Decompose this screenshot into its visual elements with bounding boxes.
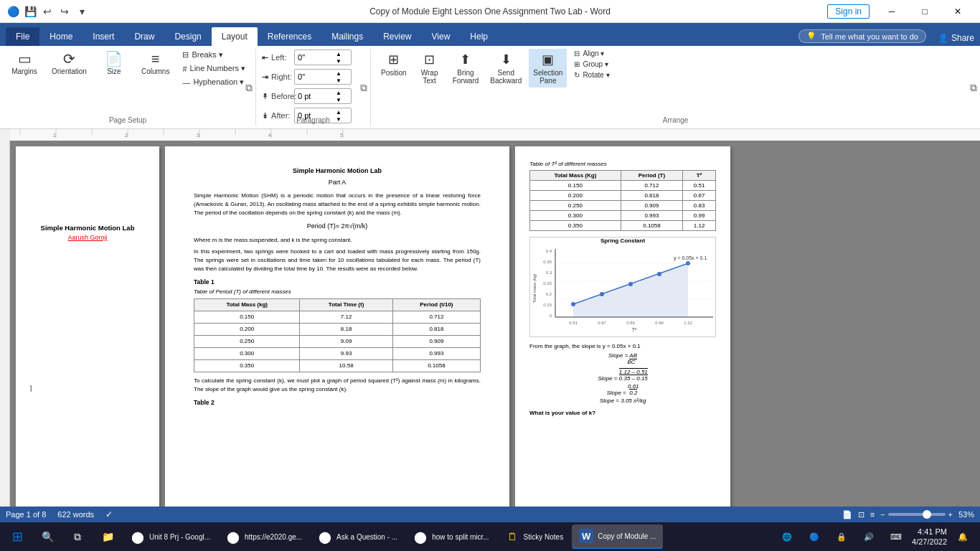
- proofing-icon[interactable]: ✓: [105, 509, 113, 519]
- spin-up[interactable]: ▲: [334, 108, 344, 116]
- tab-insert[interactable]: Insert: [83, 27, 124, 46]
- title-bar-right: Sign in ─ □ ✕: [827, 0, 974, 23]
- arrange-collapse[interactable]: ⧉: [970, 81, 977, 93]
- hyphenation-button[interactable]: — Hyphenation ▾: [178, 76, 250, 88]
- col-period: Period (t/10): [392, 299, 480, 311]
- tab-view[interactable]: View: [422, 27, 461, 46]
- table-row: 0.2500.9090.83: [530, 201, 716, 211]
- left-indent-input[interactable]: ▲▼: [294, 50, 352, 65]
- orientation-button[interactable]: ⟳ Orientation: [46, 49, 93, 79]
- document-area[interactable]: Simple Harmonic Motion Lab Aarush Goroji…: [10, 141, 980, 507]
- network-icon[interactable]: 🌐: [776, 524, 798, 549]
- right-indent-field[interactable]: [298, 72, 334, 81]
- save-icon[interactable]: 💾: [23, 4, 37, 19]
- stickynotes-button[interactable]: 🗒 Sticky Notes: [498, 524, 571, 549]
- spin-up[interactable]: ▲: [334, 89, 344, 96]
- chrome4-button[interactable]: ⬤ how to split micr...: [406, 524, 496, 549]
- system-time[interactable]: 4:41 PM 4/27/2022: [912, 527, 947, 547]
- rotate-icon: ↻: [574, 71, 580, 79]
- columns-icon: ≡: [151, 52, 160, 66]
- chrome1-button[interactable]: ⬤ Unit 8 Prj - Googl...: [123, 524, 217, 549]
- author-name: Aarush Goroji: [30, 234, 145, 241]
- group-button[interactable]: ⊞ Group ▾: [570, 60, 613, 69]
- search-button[interactable]: 🔍: [33, 524, 62, 549]
- view-read-icon[interactable]: ≡: [870, 510, 875, 519]
- explorer-button[interactable]: 📁: [93, 524, 122, 549]
- tab-home[interactable]: Home: [39, 27, 83, 46]
- align-button[interactable]: ⊟ Align ▾: [570, 49, 613, 58]
- sendbackward-button[interactable]: ⬇ SendBackward: [486, 49, 526, 88]
- tab-help[interactable]: Help: [460, 27, 498, 46]
- before-spacing-input[interactable]: ▲▼: [294, 88, 352, 104]
- tab-file[interactable]: File: [6, 27, 39, 46]
- chrome3-button[interactable]: ⬤ Ask a Question - ...: [311, 524, 405, 549]
- window-controls: ─ □ ✕: [875, 0, 974, 23]
- linenumbers-button[interactable]: # Line Numbers ▾: [178, 62, 250, 75]
- minimize-button[interactable]: ─: [875, 0, 908, 23]
- zoom-out-button[interactable]: −: [880, 510, 885, 519]
- language-icon[interactable]: ⌨: [885, 524, 908, 549]
- tab-review[interactable]: Review: [373, 27, 421, 46]
- vpn-icon[interactable]: 🔒: [830, 524, 853, 549]
- bringforward-button[interactable]: ⬆ BringForward: [448, 49, 484, 88]
- word-count: 622 words: [57, 510, 94, 519]
- person-icon: 👤: [938, 33, 948, 43]
- selectionpane-button[interactable]: ▣ SelectionPane: [529, 49, 567, 88]
- columns-button[interactable]: ≡ Columns: [136, 49, 175, 79]
- tab-draw[interactable]: Draw: [124, 27, 164, 46]
- left-indent-spinner[interactable]: ▲▼: [334, 50, 344, 65]
- tab-design[interactable]: Design: [164, 27, 211, 46]
- close-button[interactable]: ✕: [941, 0, 974, 23]
- customize-icon[interactable]: ▾: [75, 4, 89, 19]
- wraptext-button[interactable]: ⊡ WrapText: [414, 49, 446, 88]
- volume-icon[interactable]: 🔊: [857, 524, 880, 549]
- rotate-button[interactable]: ↻ Rotate ▾: [570, 70, 613, 80]
- before-spacing-field[interactable]: [298, 92, 334, 100]
- size-button[interactable]: 📄 Size: [95, 49, 133, 79]
- before-spinner[interactable]: ▲▼: [334, 89, 344, 103]
- zoom-in-button[interactable]: +: [948, 510, 953, 519]
- redo-icon[interactable]: ↪: [57, 4, 72, 19]
- spin-down[interactable]: ▼: [334, 77, 344, 84]
- margins-button[interactable]: ▭ Margins: [6, 49, 43, 79]
- tell-me-input[interactable]: 💡 Tell me what you want to do: [798, 29, 926, 43]
- undo-icon[interactable]: ↩: [40, 4, 55, 19]
- tab-references[interactable]: References: [258, 27, 321, 46]
- chrome2-label: https://e2020.ge...: [245, 533, 302, 541]
- spin-down[interactable]: ▼: [334, 96, 344, 103]
- notification-icon[interactable]: 🔔: [951, 524, 974, 549]
- ruler: 1 2 3 4 5: [10, 129, 980, 141]
- table2: Total Mass (Kg) Period (T) T² 0.1500.712…: [529, 170, 716, 231]
- tab-layout[interactable]: Layout: [212, 27, 258, 46]
- pagesetup-collapse[interactable]: ⧉: [245, 81, 253, 93]
- zoom-slider[interactable]: [888, 513, 946, 516]
- share-button[interactable]: 👤 Share: [938, 33, 974, 43]
- left-indent-field[interactable]: [298, 53, 334, 62]
- tab-mailings[interactable]: Mailings: [321, 27, 373, 46]
- svg-text:Total mass (kg): Total mass (kg): [532, 274, 537, 303]
- spin-up[interactable]: ▲: [334, 70, 344, 77]
- restore-button[interactable]: □: [908, 0, 941, 23]
- breaks-button[interactable]: ⊟ Breaks ▾: [178, 49, 250, 61]
- chrome2-button[interactable]: ⬤ https://e2020.ge...: [219, 524, 309, 549]
- spin-down[interactable]: ▼: [334, 57, 344, 65]
- page-right: Table of T² of different masses Total Ma…: [515, 146, 730, 507]
- start-button[interactable]: ⊞: [3, 524, 32, 549]
- paragraph-collapse[interactable]: ⧉: [360, 81, 367, 93]
- zoom-thumb: [923, 510, 931, 519]
- position-button[interactable]: ⊞ Position: [377, 49, 411, 88]
- right-indent-spinner[interactable]: ▲▼: [334, 70, 344, 84]
- sign-in-button[interactable]: Sign in: [827, 4, 870, 19]
- right-indent-input[interactable]: ▲▼: [294, 69, 352, 85]
- spin-up[interactable]: ▲: [334, 50, 344, 57]
- arrange-label: Arrange: [371, 116, 980, 124]
- svg-text:5: 5: [340, 132, 344, 138]
- chrome3-icon: ⬤: [318, 529, 332, 544]
- word-button[interactable]: W Copy of Module ...: [572, 524, 663, 549]
- orientation-icon: ⟳: [63, 52, 75, 66]
- taskview-button[interactable]: ⧉: [63, 524, 92, 549]
- bluetooth-icon[interactable]: 🔵: [803, 524, 826, 549]
- view-print-icon[interactable]: 📄: [842, 510, 852, 519]
- view-web-icon[interactable]: ⊡: [858, 510, 864, 519]
- col-totalmass: Total Mass (kg): [194, 299, 300, 311]
